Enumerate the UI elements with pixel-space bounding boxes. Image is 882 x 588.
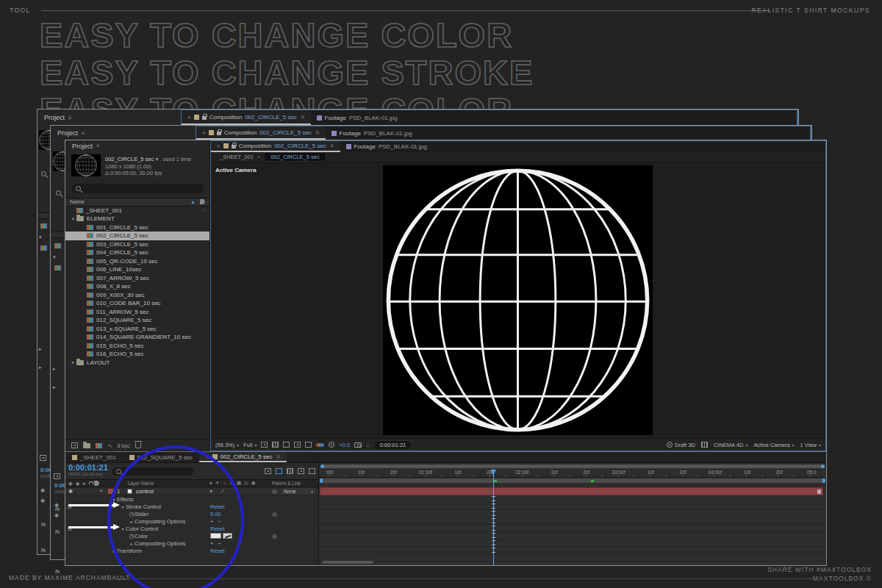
pickwhip-icon[interactable]: ◎ bbox=[272, 488, 277, 495]
project-item-row[interactable]: 008_X_8 sec bbox=[65, 282, 209, 291]
breadcrumb-parent[interactable]: _SHEET_001 bbox=[220, 154, 254, 160]
keyframe-navigator-icon[interactable]: ◎ bbox=[272, 511, 277, 517]
new-composition-icon[interactable] bbox=[96, 443, 102, 448]
keyframe-ibeam[interactable] bbox=[492, 548, 495, 553]
project-name-column-header[interactable]: Name ▲ bbox=[65, 198, 209, 207]
layer-duration-bar[interactable] bbox=[320, 487, 823, 495]
storage-icon[interactable] bbox=[54, 473, 60, 479]
magnification-dropdown[interactable]: (56.3%)▾ bbox=[215, 442, 239, 448]
panel-menu-icon[interactable]: ≡ bbox=[82, 130, 85, 137]
project-item-row[interactable]: 016_ECHO_5 sec bbox=[65, 350, 209, 359]
panel-menu-icon[interactable]: ≡ bbox=[316, 129, 320, 136]
twirl-icon[interactable]: ▸ bbox=[53, 366, 56, 372]
twirl-icon[interactable]: ▸ bbox=[39, 346, 42, 352]
snapshot-camera-icon[interactable] bbox=[354, 442, 362, 448]
transparency-grid-icon[interactable] bbox=[272, 442, 279, 448]
eye-icon[interactable]: ◉ bbox=[68, 488, 73, 494]
project-item-row[interactable]: 009_X00X_30 sec bbox=[65, 291, 209, 300]
panel-menu-icon[interactable]: ≡ bbox=[68, 115, 72, 121]
tab-footage[interactable]: Footage PSD_BLAK-01.jpg bbox=[340, 141, 433, 152]
motion-blur-icon[interactable] bbox=[298, 468, 304, 474]
channels-icon[interactable] bbox=[316, 443, 324, 447]
panel-menu-icon[interactable]: ≡ bbox=[96, 143, 100, 149]
project-item-row[interactable]: 002_CIRCLE_5 sec bbox=[65, 232, 209, 240]
interpret-footage-icon[interactable] bbox=[71, 442, 78, 448]
twirl-icon[interactable]: ▾ bbox=[39, 234, 42, 240]
time-ruler[interactable]: :00f10f20f01:00f10f20f02:00f10f20f03:00f… bbox=[319, 469, 826, 478]
layer-twirl-icon[interactable]: ▾ bbox=[100, 488, 102, 494]
horizontal-scrollbar[interactable] bbox=[322, 561, 373, 564]
search-icon[interactable] bbox=[56, 190, 61, 196]
time-navigator-bar[interactable] bbox=[320, 465, 825, 468]
project-item-row[interactable]: 015_ECHO_5 sec bbox=[65, 342, 209, 351]
project-search-input[interactable] bbox=[71, 184, 204, 193]
eye-icon[interactable]: ◉ bbox=[40, 498, 45, 503]
timecode[interactable]: 0:00:01:21 bbox=[54, 482, 65, 489]
tab-composition[interactable]: × Composition 002_CIRCLE_5 sec ≡ bbox=[196, 126, 326, 140]
sort-ascending-icon[interactable]: ▲ bbox=[190, 199, 196, 204]
keyframe-navigator-icon[interactable]: ◎ bbox=[272, 533, 277, 539]
tab-composition[interactable]: × Composition 002_CIRCLE_5 sec ≡ bbox=[211, 141, 340, 152]
graph-editor-icon[interactable] bbox=[309, 468, 315, 474]
ground-plane-icon[interactable] bbox=[701, 442, 708, 448]
eye-icon[interactable]: ◉ bbox=[40, 487, 45, 493]
project-item-row[interactable]: 007_ARROW_5 sec bbox=[65, 274, 209, 283]
delete-icon[interactable] bbox=[135, 442, 141, 448]
draft-3d-icon[interactable] bbox=[276, 468, 282, 474]
project-item-row[interactable]: 014_SQUARE GRANDIENT_10 sec bbox=[65, 333, 209, 342]
keyframe-ibeam[interactable] bbox=[492, 540, 495, 545]
timeline-tab-sheet[interactable]: _SHEET_001 bbox=[65, 452, 123, 462]
project-item-row[interactable]: 004_CIRCLE_5 sec bbox=[65, 248, 209, 257]
roi-icon[interactable] bbox=[261, 442, 268, 448]
new-folder-icon[interactable] bbox=[83, 443, 90, 448]
twirl-icon[interactable]: ▾ bbox=[53, 254, 56, 260]
project-item-row[interactable]: ▾ELEMENT bbox=[65, 215, 209, 223]
twirl-icon[interactable]: ▸ bbox=[53, 384, 56, 390]
mini-flowchart-icon[interactable] bbox=[265, 468, 271, 474]
label-column-icon[interactable] bbox=[200, 199, 205, 204]
bit-depth-label[interactable]: 8 bpc bbox=[118, 443, 130, 448]
project-item-row[interactable]: 010_CODE BAR_10 sec bbox=[65, 299, 209, 308]
panel-menu-icon[interactable]: ≡ bbox=[276, 453, 280, 460]
composition-marker[interactable] bbox=[591, 480, 594, 482]
search-icon[interactable] bbox=[41, 171, 46, 176]
keyframe-ibeam[interactable] bbox=[492, 518, 495, 523]
project-item-row[interactable]: 003_CIRCLE_5 sec bbox=[65, 240, 209, 249]
parent-dropdown[interactable]: None▾ bbox=[282, 488, 315, 495]
breadcrumb-current[interactable]: 002_CIRCLE_5 sec bbox=[264, 152, 326, 162]
frame-blend-icon[interactable] bbox=[287, 468, 293, 474]
project-settings-icon[interactable]: ∿ bbox=[107, 442, 112, 449]
keyframe-ibeam[interactable] bbox=[492, 503, 495, 509]
renderer-dropdown[interactable]: CINEMA 4D▾ bbox=[714, 442, 747, 448]
tab-composition[interactable]: × Composition 002_CIRCLE_5 sec ≡ bbox=[182, 110, 311, 125]
close-icon[interactable]: × bbox=[202, 129, 206, 136]
twirl-icon[interactable]: ▸ bbox=[39, 365, 42, 370]
project-item-row[interactable]: 006_LINE_10sec bbox=[65, 265, 209, 274]
project-item-row[interactable]: 005_QR-CODE_10 sec bbox=[65, 257, 209, 266]
view-layout-dropdown[interactable]: 1 View▾ bbox=[800, 442, 821, 448]
twirl-icon[interactable]: ▸ bbox=[70, 359, 76, 365]
close-icon[interactable]: × bbox=[217, 143, 220, 149]
exposure-icon[interactable] bbox=[329, 442, 334, 448]
panel-menu-icon[interactable]: ≡ bbox=[301, 114, 305, 121]
twirl-icon[interactable]: ▾ bbox=[70, 216, 76, 222]
keyframe-ibeam[interactable] bbox=[492, 511, 495, 516]
tab-footage[interactable]: Footage PSD_BLAK-01.jpg bbox=[311, 110, 404, 125]
draft-3d-toggle[interactable]: Draft 3D bbox=[667, 442, 695, 448]
project-item-row[interactable]: 011_ARROW_5 sec bbox=[65, 308, 209, 317]
panel-menu-icon[interactable]: ≡ bbox=[331, 143, 334, 149]
exposure-value[interactable]: +0.0 bbox=[339, 442, 350, 448]
pixel-aspect-icon[interactable] bbox=[305, 442, 312, 448]
resolution-dropdown[interactable]: Full▾ bbox=[243, 442, 257, 448]
current-timecode[interactable]: 0:00:01:21 bbox=[68, 465, 108, 471]
composition-marker[interactable] bbox=[494, 480, 497, 482]
storage-icon[interactable] bbox=[40, 455, 46, 461]
playhead-marker[interactable] bbox=[490, 470, 496, 476]
project-item-row[interactable]: 012_SQUARE_5 sec bbox=[65, 316, 209, 325]
view-camera-dropdown[interactable]: Active Camera▾ bbox=[753, 442, 794, 448]
preview-timecode[interactable]: 0:00:01:21 bbox=[374, 440, 412, 450]
parent-link-column-label[interactable]: Parent & Link bbox=[272, 481, 301, 486]
work-area-bar[interactable] bbox=[320, 478, 825, 483]
project-item-row[interactable]: 013_x-SQUARE_5 sec bbox=[65, 325, 209, 334]
show-snapshot-icon[interactable]: ◇ bbox=[366, 442, 370, 448]
